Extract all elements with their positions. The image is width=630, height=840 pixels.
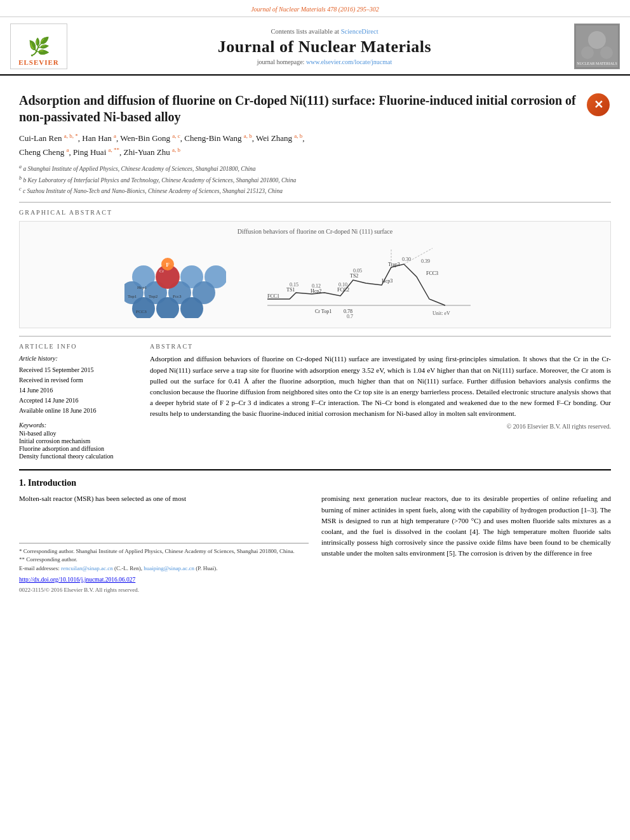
article-info-col: ARTICLE INFO Article history: Received 1…	[19, 343, 140, 460]
article-info-abstract: ARTICLE INFO Article history: Received 1…	[19, 343, 611, 460]
authors: Cui-Lan Ren a, b, *, Han Han a, Wen-Bin …	[19, 131, 611, 159]
energy-diagram-svg: FCC1 TS1 0.15 Hcp2 0.12 FCC2 0.10 TS2 0.…	[226, 242, 506, 318]
svg-text:Hcp3: Hcp3	[382, 278, 392, 284]
intro-col-right: promising next generation nuclear reacto…	[321, 493, 611, 594]
sciencedirect-link[interactable]: ScienceDirect	[341, 28, 379, 35]
section-title: 1. Introduction	[19, 478, 611, 488]
svg-text:0.12: 0.12	[312, 283, 321, 289]
intro-col-left: Molten-salt reactor (MSR) has been selec…	[19, 493, 309, 594]
email-link-1[interactable]: rencuilan@sinap.ac.cn	[61, 565, 113, 571]
svg-text:Fcc3: Fcc3	[173, 294, 182, 299]
affiliation-a: a a Shanghai Institute of Applied Physic…	[19, 163, 611, 173]
journal-homepage: journal homepage: www.elsevier.com/locat…	[75, 58, 574, 65]
intro-col-right-para: promising next generation nuclear reacto…	[321, 493, 611, 558]
keywords-section: Keywords: Ni-based alloy Initial corrosi…	[19, 422, 140, 460]
divider-1	[19, 202, 611, 203]
journal-thumbnail: NUCLEAR MATERIALS	[574, 23, 620, 69]
svg-text:Hcp1: Hcp1	[137, 285, 147, 290]
article-title: Adsorption and diffusion of fluorine on …	[19, 92, 579, 125]
ga-image-area: F Hcp1 Cr Top1 Top2 Fcc3 FCC3 FCC1 TS1 0…	[26, 239, 604, 321]
svg-text:FCC2: FCC2	[337, 287, 349, 293]
svg-text:0.05: 0.05	[353, 268, 362, 274]
svg-text:TS1: TS1	[286, 287, 295, 293]
abstract-text: Adsorption and diffusion behaviors of fl…	[150, 354, 611, 418]
homepage-url[interactable]: www.elsevier.com/locate/jnucmat	[306, 58, 392, 65]
journal-reference: Journal of Nuclear Materials 478 (2016) …	[251, 6, 379, 13]
journal-header: 🌿 ELSEVIER Contents lists available at S…	[0, 17, 630, 76]
copyright-line: © 2016 Elsevier B.V. All rights reserved…	[150, 423, 611, 430]
svg-text:0.7: 0.7	[347, 314, 353, 318]
svg-text:0.39: 0.39	[421, 258, 430, 264]
svg-point-4	[600, 46, 613, 59]
article-title-section: Adsorption and diffusion of fluorine on …	[19, 92, 611, 125]
footnote-double-star: ** Corresponding author.	[19, 556, 309, 564]
svg-point-2	[588, 31, 606, 49]
abstract-col: ABSTRACT Adsorption and diffusion behavi…	[150, 343, 611, 460]
svg-text:FCC3: FCC3	[426, 270, 438, 276]
received-revised: Received in revised form	[19, 375, 140, 385]
introduction-section: 1. Introduction Molten-salt reactor (MSR…	[19, 478, 611, 594]
available-date: Available online 18 June 2016	[19, 406, 140, 415]
svg-text:TS2: TS2	[350, 273, 358, 279]
journal-title: Journal of Nuclear Materials	[75, 37, 574, 57]
main-content: Adsorption and diffusion of fluorine on …	[0, 76, 630, 595]
ga-diagram-title: Diffusion behaviors of fluorine on Cr-do…	[26, 228, 604, 235]
divider-3	[19, 469, 611, 470]
affiliation-b: b b Key Laboratory of Interfacial Physic…	[19, 175, 611, 185]
keyword-3: Fluorine adsorption and diffusion	[19, 445, 140, 452]
abstract-title: ABSTRACT	[150, 343, 611, 350]
top-bar: Journal of Nuclear Materials 478 (2016) …	[0, 0, 630, 17]
elsevier-logo: 🌿 ELSEVIER	[10, 23, 67, 69]
svg-text:Cr Top1: Cr Top1	[315, 309, 332, 314]
graphical-abstract-label: GRAPHICAL ABSTRACT	[19, 209, 611, 216]
atom-cluster-svg: F Hcp1 Cr Top1 Top2 Fcc3 FCC3	[124, 242, 226, 318]
contents-line: Contents lists available at ScienceDirec…	[75, 28, 574, 35]
elsevier-tree-icon: 🌿	[28, 36, 50, 57]
svg-text:FCC1: FCC1	[267, 293, 279, 299]
svg-text:FCC3: FCC3	[136, 309, 147, 314]
journal-center: Contents lists available at ScienceDirec…	[75, 28, 574, 65]
svg-text:Unit: eV: Unit: eV	[432, 310, 450, 316]
history-label: Article history:	[19, 354, 140, 363]
article-history: Article history: Received 15 September 2…	[19, 354, 140, 415]
crossmark-icon: ✕	[587, 93, 610, 116]
doi-link[interactable]: http://dx.doi.org/10.1016/j.jnucmat.2016…	[19, 577, 135, 583]
intro-two-col: Molten-salt reactor (MSR) has been selec…	[19, 493, 611, 594]
svg-text:Top2: Top2	[149, 294, 158, 299]
crossmark: ✕	[586, 92, 611, 117]
svg-text:Hcp2: Hcp2	[311, 288, 321, 294]
svg-text:F: F	[166, 262, 170, 268]
intro-col-left-para: Molten-salt reactor (MSR) has been selec…	[19, 493, 309, 504]
affiliation-c: c c Suzhou Institute of Nano-Tech and Na…	[19, 185, 611, 196]
footnote-emails: E-mail addresses: rencuilan@sinap.ac.cn …	[19, 564, 309, 573]
svg-text:NUCLEAR MATERIALS: NUCLEAR MATERIALS	[577, 62, 617, 65]
footnote-star: * Corresponding author. Shanghai Institu…	[19, 547, 309, 556]
graphical-abstract-box: Diffusion behaviors of fluorine on Cr-do…	[19, 221, 611, 328]
keyword-1: Ni-based alloy	[19, 430, 140, 437]
svg-point-3	[581, 46, 594, 59]
footnote-area: * Corresponding author. Shanghai Institu…	[19, 543, 309, 573]
keyword-2: Initial corrosion mechanism	[19, 437, 140, 444]
received-date: Received 15 September 2015	[19, 365, 140, 375]
svg-text:Top1: Top1	[128, 294, 137, 299]
keyword-4: Density functional theory calculation	[19, 453, 140, 460]
doi-line: http://dx.doi.org/10.1016/j.jnucmat.2016…	[19, 575, 309, 585]
svg-text:0.15: 0.15	[290, 282, 298, 288]
svg-text:0.10: 0.10	[338, 282, 347, 288]
accepted-date: Accepted 14 June 2016	[19, 396, 140, 405]
article-info-title: ARTICLE INFO	[19, 343, 140, 350]
svg-text:0.30: 0.30	[402, 257, 411, 262]
elsevier-label: ELSEVIER	[18, 58, 59, 66]
email-link-2[interactable]: huaiping@sinap.ac.cn	[144, 565, 194, 571]
divider-2	[19, 336, 611, 337]
svg-text:Trap3: Trap3	[388, 262, 400, 267]
revised-date: 14 June 2016	[19, 385, 140, 395]
keywords-label: Keywords:	[19, 422, 140, 429]
svg-text:Cr: Cr	[159, 269, 164, 274]
affiliations: a a Shanghai Institute of Applied Physic…	[19, 163, 611, 196]
issn-line: 0022-3115/© 2016 Elsevier B.V. All right…	[19, 586, 309, 595]
